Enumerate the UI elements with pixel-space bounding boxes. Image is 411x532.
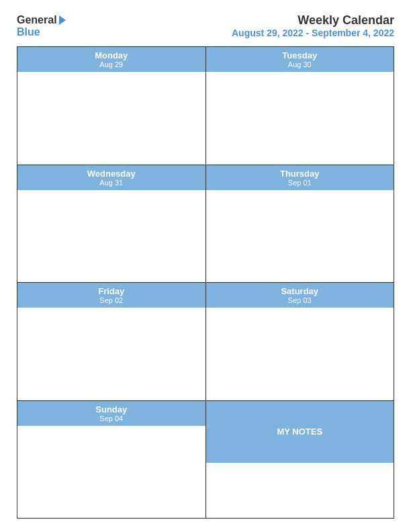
saturday-date: Sep 03 — [206, 296, 394, 304]
monday-body — [17, 72, 205, 165]
friday-body — [17, 308, 205, 400]
logo-blue-text: Blue — [17, 26, 40, 38]
logo: General Blue — [17, 14, 66, 38]
cell-tuesday: Tuesday Aug 30 — [206, 47, 394, 165]
cell-notes: MY NOTES — [206, 401, 394, 519]
tuesday-header: Tuesday Aug 30 — [206, 47, 394, 72]
tuesday-body — [206, 72, 394, 165]
saturday-header: Saturday Sep 03 — [206, 283, 394, 308]
cell-sunday: Sunday Sep 04 — [17, 401, 206, 519]
calendar-row-2: Wednesday Aug 31 Thursday Sep 01 — [17, 165, 394, 283]
saturday-name: Saturday — [206, 286, 394, 296]
header: General Blue Weekly Calendar August 29, … — [17, 13, 394, 38]
friday-date: Sep 02 — [17, 296, 205, 304]
cell-thursday: Thursday Sep 01 — [206, 165, 394, 283]
logo-general-text: General — [17, 14, 57, 26]
calendar-grid: Monday Aug 29 Tuesday Aug 30 Wednesday A… — [17, 46, 394, 519]
sunday-date: Sep 04 — [17, 414, 205, 423]
page: General Blue Weekly Calendar August 29, … — [0, 0, 411, 532]
friday-name: Friday — [17, 286, 205, 296]
cell-friday: Friday Sep 02 — [17, 283, 206, 400]
wednesday-date: Aug 31 — [17, 179, 205, 187]
friday-header: Friday Sep 02 — [17, 283, 205, 308]
wednesday-body — [17, 190, 205, 283]
calendar-row-4: Sunday Sep 04 MY NOTES — [17, 401, 394, 519]
monday-date: Aug 29 — [17, 60, 205, 69]
calendar-date-range: August 29, 2022 - September 4, 2022 — [232, 28, 394, 38]
sunday-header: Sunday Sep 04 — [17, 401, 205, 426]
calendar-title-block: Weekly Calendar August 29, 2022 - Septem… — [232, 13, 394, 38]
thursday-header: Thursday Sep 01 — [206, 165, 394, 190]
cell-monday: Monday Aug 29 — [17, 47, 206, 165]
tuesday-date: Aug 30 — [206, 60, 394, 69]
saturday-body — [206, 308, 394, 400]
sunday-body — [17, 426, 205, 519]
monday-name: Monday — [17, 50, 205, 60]
notes-body — [206, 463, 394, 518]
wednesday-header: Wednesday Aug 31 — [17, 165, 205, 190]
cell-wednesday: Wednesday Aug 31 — [17, 165, 206, 283]
notes-header: MY NOTES — [206, 401, 394, 463]
wednesday-name: Wednesday — [17, 169, 205, 179]
tuesday-name: Tuesday — [206, 50, 394, 60]
cell-saturday: Saturday Sep 03 — [206, 283, 394, 400]
sunday-name: Sunday — [17, 404, 205, 414]
calendar-title: Weekly Calendar — [232, 13, 394, 28]
notes-label: MY NOTES — [277, 427, 322, 437]
thursday-date: Sep 01 — [206, 179, 394, 187]
thursday-body — [206, 190, 394, 283]
thursday-name: Thursday — [206, 169, 394, 179]
monday-header: Monday Aug 29 — [17, 47, 205, 72]
logo-triangle-icon — [59, 15, 66, 25]
calendar-row-1: Monday Aug 29 Tuesday Aug 30 — [17, 47, 394, 165]
calendar-row-3: Friday Sep 02 Saturday Sep 03 — [17, 283, 394, 401]
